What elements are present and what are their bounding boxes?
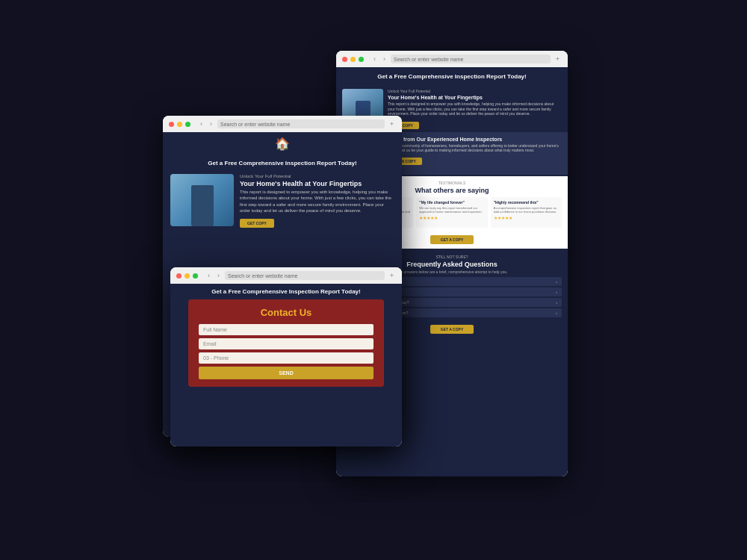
section2-body: Join our community of homeowners, homebu…	[388, 143, 562, 152]
url-bar-front[interactable]: Search or enter website name	[225, 271, 385, 280]
url-text-mid: Search or enter website name	[220, 122, 290, 127]
browser-toolbar-back: ‹ › Search or enter website name +	[336, 51, 568, 67]
hero-subtitle: Unlock Your Full Potential	[388, 89, 562, 93]
mid-hero-body: This report is designed to empower you w…	[240, 189, 394, 214]
add-tab-btn-front: +	[388, 271, 396, 280]
testimonial-quote-2: "My life changed forever"	[419, 200, 484, 205]
maximize-dot-front	[193, 273, 198, 279]
maximize-dot-mid	[185, 122, 190, 127]
mid-hero-title: Your Home's Health at Your Fingertips	[240, 180, 394, 187]
testimonial-text-2: We can truly say this report transformed…	[419, 206, 484, 214]
back-btn: ‹	[371, 55, 378, 63]
front-site-header: Get a Free Comprehensive Inspection Repo…	[170, 284, 402, 299]
contact-name-input[interactable]	[199, 324, 374, 335]
maximize-dot	[359, 57, 364, 62]
hero-text-back: Unlock Your Full Potential Your Home's H…	[388, 89, 562, 128]
hero-title: Your Home's Health at Your Fingertips	[388, 95, 562, 100]
contact-section: Contact Us SEND	[188, 299, 384, 387]
close-dot-mid	[169, 122, 174, 127]
mid-hero-subtitle: Unlock Your Full Potential	[240, 174, 394, 178]
contact-submit-button[interactable]: SEND	[199, 367, 374, 379]
section2-title: Learn from Our Experienced Home Inspecto…	[388, 137, 562, 142]
section2-text: Learn from Our Experienced Home Inspecto…	[388, 137, 562, 170]
minimize-dot-front	[185, 273, 190, 279]
faq-cta[interactable]: GET A COPY	[430, 325, 474, 334]
contact-form: SEND	[199, 324, 374, 379]
forward-btn-mid: ›	[208, 119, 214, 128]
testimonial-text-3: A comprehensive inspection report that g…	[494, 206, 559, 214]
mid-hero-section: Unlock Your Full Potential Your Home's H…	[163, 171, 402, 231]
minimize-dot-mid	[177, 122, 182, 127]
mid-hero-text: Unlock Your Full Potential Your Home's H…	[240, 174, 394, 228]
toolbar-mid-mid: ‹ › Search or enter website name +	[198, 119, 396, 128]
faq-chevron-2: ›	[556, 290, 557, 294]
minimize-dot	[350, 57, 356, 62]
faq-chevron-1: ›	[556, 279, 557, 284]
url-text-front: Search or enter website name	[228, 273, 297, 279]
back-site-header: Get a Free Comprehensive Inspection Repo…	[336, 67, 568, 86]
mid-hero-cta[interactable]: GET COPY	[240, 219, 274, 228]
testimonial-stars-2: ★★★★★	[419, 215, 484, 220]
url-bar-mid[interactable]: Search or enter website name	[217, 119, 385, 128]
forward-btn-front: ›	[215, 271, 222, 280]
add-tab-btn-mid: +	[388, 119, 396, 128]
close-dot	[342, 57, 347, 62]
mid-hero-figure	[191, 185, 214, 226]
testimonials-cta[interactable]: GET A COPY	[430, 235, 474, 244]
toolbar-mid-front: ‹ › Search or enter website name +	[205, 271, 396, 280]
add-tab-btn: +	[554, 55, 562, 63]
back-btn-mid: ‹	[198, 119, 205, 128]
testimonial-quote-3: "Highly recommend this"	[494, 200, 559, 205]
faq-chevron-4: ›	[556, 311, 557, 315]
forward-btn: ›	[381, 55, 388, 63]
url-text: Search or enter website name	[394, 57, 463, 62]
testimonial-card-2: "My life changed forever" We can truly s…	[416, 197, 487, 228]
testimonial-stars-3: ★★★★★	[494, 215, 559, 220]
close-dot-front	[176, 273, 182, 279]
contact-email-input[interactable]	[199, 338, 374, 349]
site-logo-mid: 🏠	[163, 132, 402, 155]
site-front: Get a Free Comprehensive Inspection Repo…	[170, 284, 402, 447]
url-bar[interactable]: Search or enter website name	[391, 55, 551, 63]
browser-toolbar-front: ‹ › Search or enter website name +	[170, 267, 402, 284]
testimonial-card-3: "Highly recommend this" A comprehensive …	[491, 197, 562, 228]
logo-icon: 🏠	[275, 137, 290, 150]
contact-phone-input[interactable]	[199, 352, 374, 364]
contact-title: Contact Us	[199, 307, 374, 318]
mid-hero-image	[170, 174, 234, 226]
hero-body: This report is designed to empower you w…	[388, 102, 562, 116]
faq-chevron-3: ›	[556, 300, 557, 305]
toolbar-mid: ‹ › Search or enter website name +	[371, 55, 562, 63]
browser-window-front: ‹ › Search or enter website name + Get a…	[170, 267, 402, 447]
browser-toolbar-mid: ‹ › Search or enter website name +	[163, 116, 402, 132]
mid-site-header: Get a Free Comprehensive Inspection Repo…	[163, 155, 402, 171]
back-btn-front: ‹	[205, 271, 212, 280]
